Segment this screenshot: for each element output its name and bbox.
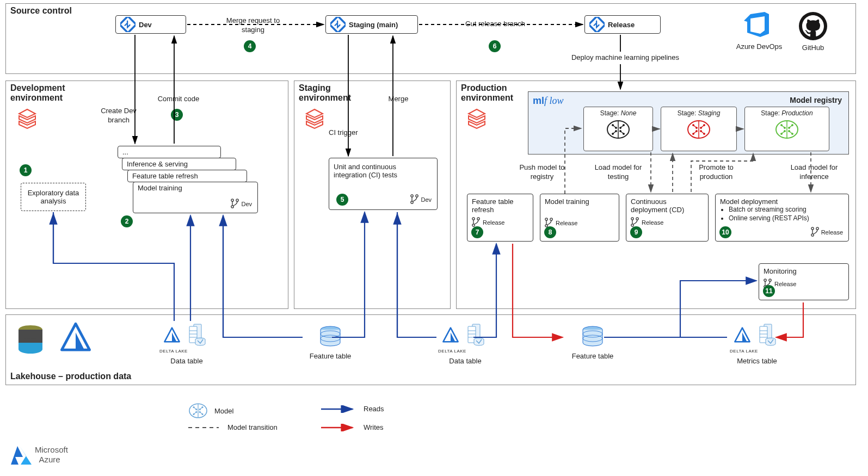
lakehouse-title: Lakehouse – production data [10,372,131,381]
stage-staging-box: Stage: Staging [661,107,737,151]
badge-4: 4 [244,40,256,52]
metrics-table: DELTA LAKE Metrics table [727,320,787,365]
data-table-1: DELTA LAKE Data table [157,320,217,365]
scm-release-box: Release [584,15,661,34]
cd-label: Continuous deployment (CD) [631,197,704,214]
badge-3: 3 [171,109,183,121]
ci-tests-label: Unit and continuous integration (CI) tes… [334,163,410,179]
legend-transition: Model transition [188,423,278,431]
git-icon [589,17,605,32]
branch-icon [410,194,419,205]
stack-ellipsis: ... [118,146,221,158]
legend-transition-label: Model transition [227,423,278,431]
legend-writes: Writes [321,423,384,431]
brain-icon [606,119,630,140]
dev-env-title: Development environment [10,83,81,103]
brain-icon [687,119,711,140]
create-branch-label: Create Dev branch [97,107,140,125]
scm-release-label: Release [608,21,635,29]
deploy-b1: Batch or streaming scoring [729,206,844,214]
stack-training: Model training Dev [133,182,258,213]
scm-dev-label: Dev [139,21,152,29]
load-testing-label: Load model for testing [591,163,645,182]
legend-model-label: Model [214,407,233,415]
badge-6: 6 [489,40,501,52]
badge-7: 7 [471,226,483,238]
monitoring-label: Monitoring [764,267,844,275]
brain-icon [775,119,799,140]
model-registry-title: Model registry [790,95,842,105]
badge-9: 9 [630,226,642,238]
badge-11: 11 [763,285,775,297]
feature-refresh-label: Feature table refresh [472,197,528,214]
merge-request-label: Merge request to staging [218,16,288,35]
source-control-title: Source control [10,6,72,16]
badge-5: 5 [336,194,348,206]
badge-1: 1 [20,164,32,176]
badge-10: 10 [719,226,731,238]
feature-table-2: Feature table [563,323,623,360]
eda-box: Exploratory data analysis [21,183,86,211]
git-icon [120,17,136,32]
badge-2: 2 [121,215,133,227]
cut-release-label: Cut release branch [452,20,539,29]
eda-label: Exploratory data analysis [26,189,81,205]
model-deploy-title: Model deployment [720,197,844,206]
merge-label: Merge [382,95,415,104]
legend-reads: Reads [321,405,384,413]
legend-brain-icon [188,403,208,419]
stack-inference: Inference & serving [122,158,236,170]
git-icon [330,17,346,32]
load-inference-label: Load model for inference [781,163,847,182]
dev-branch-tag: Dev [241,201,252,207]
ci-trigger-label: CI trigger [329,128,367,138]
stack-training-label: Model training [138,184,182,192]
model-deploy-box: Model deployment Batch or streaming scor… [715,194,849,242]
scm-staging-label: Staging (main) [349,21,398,29]
github-label: GitHub [798,44,828,53]
commit-code-label: Commit code [151,95,206,104]
staging-env-title: Staging environment [299,83,364,103]
legend-reads-label: Reads [364,405,384,413]
branch-icon [231,199,239,209]
legend-writes-label: Writes [364,423,384,431]
scm-staging-box: Staging (main) [325,15,418,34]
source-control-section: Source control [5,3,856,74]
badge-8: 8 [544,226,556,238]
ms-azure-label: Microsoft Azure [35,445,68,465]
model-training-label: Model training [545,197,614,206]
branch-icon [811,227,820,238]
push-model-label: Push model to registry [515,163,569,182]
stage-none-box: Stage: None [583,107,653,151]
deploy-pipelines-label: Deploy machine learning pipelines [557,53,693,63]
azure-logo-icon [9,444,34,468]
promote-label: Promote to production [689,163,743,182]
azure-devops-label: Azure DevOps [736,42,783,52]
stack-feature: Feature table refresh [127,170,247,182]
scm-dev-box: Dev [115,15,186,34]
stage-prod-box: Stage: Production [744,107,829,151]
data-table-2: DELTA LAKE Data table [435,320,495,365]
staging-branch-tag: Dev [421,196,432,203]
deploy-b2: Online serving (REST APIs) [729,214,844,223]
legend-model: Model [188,403,233,419]
prod-env-title: Production environment [461,83,526,103]
feature-table-1: Feature table [300,323,360,360]
